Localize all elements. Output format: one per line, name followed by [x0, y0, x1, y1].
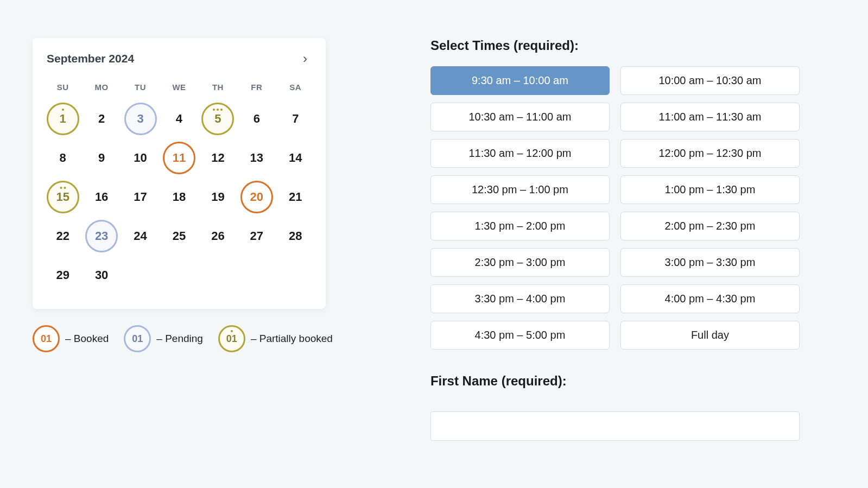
- calendar-day[interactable]: 27: [240, 220, 273, 252]
- time-slot[interactable]: 10:00 am – 10:30 am: [620, 66, 800, 95]
- calendar-day-number: 17: [134, 190, 147, 204]
- time-slot[interactable]: 4:00 pm – 4:30 pm: [620, 284, 800, 313]
- calendar-day[interactable]: 12: [201, 142, 234, 174]
- calendar-day[interactable]: 11: [163, 142, 195, 174]
- legend: 01 – Booked 01 – Pending 01 – Partially …: [33, 325, 333, 352]
- legend-partial: 01 – Partially booked: [218, 325, 333, 352]
- legend-partial-circle: 01: [218, 325, 245, 352]
- calendar: September 2024 › SUMOTUWETHFRSA 12345678…: [33, 38, 326, 309]
- calendar-day-number: 4: [176, 112, 182, 126]
- calendar-day-number: 24: [134, 229, 147, 243]
- legend-pending-label: – Pending: [156, 333, 203, 345]
- calendar-day[interactable]: 29: [47, 259, 79, 291]
- calendar-day[interactable]: 2: [85, 103, 118, 135]
- calendar-day[interactable]: 13: [240, 142, 273, 174]
- calendar-day-number: 11: [173, 151, 186, 165]
- calendar-day-number: 26: [211, 229, 224, 243]
- calendar-dow: SA: [276, 77, 315, 99]
- calendar-day[interactable]: 8: [47, 142, 79, 174]
- time-slot[interactable]: 3:00 pm – 3:30 pm: [620, 248, 800, 277]
- calendar-day-number: 5: [214, 112, 221, 126]
- calendar-day-number: 13: [250, 151, 263, 165]
- calendar-day[interactable]: 15: [47, 181, 79, 213]
- calendar-dow: TU: [121, 77, 160, 99]
- calendar-day-number: 12: [211, 151, 224, 165]
- time-slot[interactable]: 12:30 pm – 1:00 pm: [430, 175, 610, 204]
- calendar-day[interactable]: 18: [163, 181, 195, 213]
- calendar-day[interactable]: 6: [240, 103, 273, 135]
- calendar-day[interactable]: 24: [124, 220, 157, 252]
- calendar-day-number: 20: [250, 190, 263, 204]
- calendar-dow: TH: [199, 77, 237, 99]
- calendar-day[interactable]: 21: [279, 181, 312, 213]
- time-slot[interactable]: 11:30 am – 12:00 pm: [430, 139, 610, 168]
- first-name-input[interactable]: [430, 411, 800, 441]
- legend-booked-circle: 01: [33, 325, 60, 352]
- calendar-day-number: 9: [98, 151, 105, 165]
- time-slot[interactable]: 4:30 pm – 5:00 pm: [430, 321, 610, 350]
- calendar-day[interactable]: 9: [85, 142, 118, 174]
- calendar-day[interactable]: 4: [163, 103, 195, 135]
- legend-pending: 01 – Pending: [124, 325, 203, 352]
- legend-booked: 01 – Booked: [33, 325, 109, 352]
- calendar-day-number: 19: [211, 190, 224, 204]
- calendar-day-number: 2: [98, 112, 105, 126]
- calendar-day-number: 3: [137, 112, 143, 126]
- time-slot[interactable]: 3:30 pm – 4:00 pm: [430, 284, 610, 313]
- legend-pending-circle: 01: [124, 325, 151, 352]
- calendar-day-number: 29: [56, 268, 69, 282]
- select-times-title: Select Times (required):: [430, 38, 800, 53]
- calendar-day[interactable]: 26: [201, 220, 234, 252]
- calendar-day-number: 18: [173, 190, 186, 204]
- calendar-dow: WE: [160, 77, 198, 99]
- calendar-day[interactable]: 22: [47, 220, 79, 252]
- calendar-day-number: 27: [250, 229, 263, 243]
- time-slot[interactable]: 11:00 am – 11:30 am: [620, 103, 800, 131]
- calendar-day[interactable]: 14: [279, 142, 312, 174]
- calendar-day[interactable]: 1: [47, 103, 79, 135]
- calendar-day[interactable]: 16: [85, 181, 118, 213]
- calendar-day[interactable]: 28: [279, 220, 312, 252]
- time-slot[interactable]: 1:00 pm – 1:30 pm: [620, 175, 800, 204]
- calendar-day[interactable]: 20: [240, 181, 273, 213]
- calendar-day-number: 28: [289, 229, 302, 243]
- calendar-day-number: 10: [134, 151, 147, 165]
- calendar-day[interactable]: 3: [124, 103, 157, 135]
- time-slot[interactable]: 2:30 pm – 3:00 pm: [430, 248, 610, 277]
- calendar-day[interactable]: 25: [163, 220, 195, 252]
- time-slot[interactable]: 12:00 pm – 12:30 pm: [620, 139, 800, 168]
- time-slot[interactable]: 10:30 am – 11:00 am: [430, 103, 610, 131]
- legend-pending-num: 01: [132, 333, 143, 345]
- calendar-day-number: 14: [289, 151, 302, 165]
- calendar-day-number: 15: [56, 190, 69, 204]
- calendar-day-number: 23: [95, 229, 108, 243]
- calendar-day-number: 7: [292, 112, 299, 126]
- calendar-dow: SU: [43, 77, 82, 99]
- calendar-day-number: 16: [95, 190, 108, 204]
- calendar-day[interactable]: 5: [201, 103, 234, 135]
- first-name-title: First Name (required):: [430, 373, 800, 389]
- partial-dots-icon: [213, 109, 223, 111]
- legend-partial-dots-icon: [231, 330, 233, 332]
- calendar-day-number: 21: [289, 190, 302, 204]
- calendar-title: September 2024: [47, 52, 134, 65]
- calendar-day[interactable]: 19: [201, 181, 234, 213]
- legend-partial-label: – Partially booked: [251, 333, 333, 345]
- calendar-next-button[interactable]: ›: [299, 50, 312, 67]
- legend-partial-num: 01: [226, 333, 237, 345]
- calendar-dow: FR: [237, 77, 276, 99]
- time-slot[interactable]: 9:30 am – 10:00 am: [430, 66, 610, 95]
- calendar-day[interactable]: 30: [85, 259, 118, 291]
- calendar-day[interactable]: 17: [124, 181, 157, 213]
- calendar-day-number: 30: [95, 268, 108, 282]
- legend-booked-label: – Booked: [65, 333, 109, 345]
- time-slot[interactable]: 1:30 pm – 2:00 pm: [430, 212, 610, 240]
- calendar-day-number: 8: [60, 151, 66, 165]
- calendar-day-number: 1: [60, 112, 66, 126]
- time-slot[interactable]: 2:00 pm – 2:30 pm: [620, 212, 800, 240]
- time-slot[interactable]: Full day: [620, 321, 800, 350]
- partial-dots-icon: [62, 109, 64, 111]
- calendar-day[interactable]: 7: [279, 103, 312, 135]
- calendar-day[interactable]: 10: [124, 142, 157, 174]
- calendar-day[interactable]: 23: [85, 220, 118, 252]
